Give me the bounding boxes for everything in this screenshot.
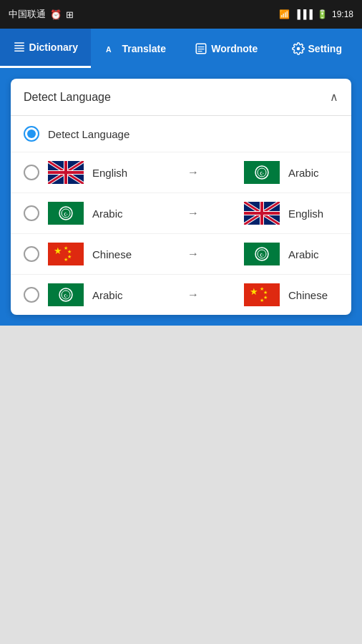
signal-icon: ▐▐▐ <box>294 9 313 19</box>
flag-uk-1 <box>48 161 84 184</box>
dropdown-header[interactable]: Detect Language ∧ <box>11 79 351 116</box>
language-pair-ar-zh[interactable]: ☪ Arabic → ★ ★ ★ ★ ★ Chinese <box>11 275 351 315</box>
arrow-ar-en: → <box>151 207 235 220</box>
arrow-en-ar: → <box>151 166 235 179</box>
svg-text:★: ★ <box>250 286 258 297</box>
svg-text:A: A <box>106 44 112 53</box>
radio-inner <box>27 130 36 138</box>
time-display: 19:18 <box>332 9 353 19</box>
to-lang-ar-zh: Chinese <box>288 289 338 301</box>
tab-wordnote[interactable]: Wordnote <box>181 29 272 68</box>
arrow-ar-zh: → <box>151 288 235 301</box>
svg-rect-7 <box>198 49 205 49</box>
svg-text:★: ★ <box>54 245 62 256</box>
radio-detect-language[interactable] <box>24 126 39 142</box>
language-pair-ar-en[interactable]: ☪ Arabic → English <box>11 193 351 234</box>
svg-text:☪: ☪ <box>260 253 264 258</box>
radio-zh-ar[interactable] <box>24 246 39 262</box>
svg-text:☪: ☪ <box>260 171 264 176</box>
tab-translate[interactable]: A Translate <box>91 29 182 68</box>
from-lang-ar-en: Arabic <box>92 208 142 220</box>
dropdown-card: Detect Language ∧ Detect Language <box>11 79 351 315</box>
tab-dictionary-label: Dictionary <box>29 42 78 53</box>
nav-tabs: Dictionary A Translate Wordnote Setting <box>0 29 362 68</box>
svg-rect-6 <box>198 47 205 47</box>
tab-setting-label: Setting <box>308 43 342 54</box>
radio-ar-en[interactable] <box>24 205 39 221</box>
gray-background-area <box>0 326 362 644</box>
alarm-icon: ⏰ <box>50 9 62 20</box>
radio-ar-zh[interactable] <box>24 287 39 303</box>
svg-rect-0 <box>14 42 24 44</box>
svg-text:★: ★ <box>64 257 68 262</box>
svg-rect-18 <box>64 161 67 184</box>
tab-translate-label: Translate <box>122 43 166 54</box>
svg-rect-8 <box>198 51 202 52</box>
status-left: 中国联通 ⏰ ⊞ <box>9 8 74 21</box>
wifi-icon: 📶 <box>279 9 290 19</box>
list-icon <box>13 41 26 54</box>
svg-rect-2 <box>14 48 24 49</box>
language-pair-en-ar[interactable]: English → ☪ Arabic <box>11 152 351 193</box>
svg-text:☪: ☪ <box>64 293 68 298</box>
svg-text:★: ★ <box>67 249 72 254</box>
tab-setting[interactable]: Setting <box>272 29 363 68</box>
flag-arabic-3: ☪ <box>244 243 280 265</box>
status-right: 📶 ▐▐▐ 🔋 19:18 <box>279 9 353 19</box>
from-lang-zh-ar: Chinese <box>92 248 142 260</box>
tab-wordnote-label: Wordnote <box>211 43 258 54</box>
blue-area: Detect Language ∧ Detect Language <box>0 68 362 326</box>
flag-arabic-2: ☪ <box>48 202 84 225</box>
tab-dictionary[interactable]: Dictionary <box>0 29 91 68</box>
note-icon <box>195 42 207 55</box>
svg-rect-1 <box>14 45 24 47</box>
svg-text:☪: ☪ <box>64 212 68 217</box>
flag-arabic-1: ☪ <box>244 161 280 184</box>
detect-language-option[interactable]: Detect Language <box>11 116 351 152</box>
svg-text:★: ★ <box>263 290 268 295</box>
gear-icon <box>292 42 305 55</box>
svg-rect-3 <box>14 51 24 52</box>
to-lang-ar-en: English <box>288 208 338 220</box>
translate-icon: A <box>106 42 119 55</box>
from-lang-ar-zh: Arabic <box>92 289 142 301</box>
battery-icon: 🔋 <box>317 9 328 19</box>
flag-china-2: ★ ★ ★ ★ ★ <box>244 283 280 306</box>
status-bar: 中国联通 ⏰ ⊞ 📶 ▐▐▐ 🔋 19:18 <box>0 0 362 29</box>
language-pair-zh-ar[interactable]: ★ ★ ★ ★ ★ Chinese → ☪ Arabic <box>11 234 351 275</box>
svg-text:★: ★ <box>260 298 264 303</box>
arrow-zh-ar: → <box>151 248 235 260</box>
flag-uk-2 <box>244 202 280 225</box>
detect-language-label: Detect Language <box>48 128 129 140</box>
from-lang-en-ar: English <box>92 167 142 179</box>
chevron-up-icon: ∧ <box>330 90 338 104</box>
svg-rect-35 <box>260 202 263 225</box>
dropdown-header-text: Detect Language <box>24 91 111 104</box>
flag-arabic-4: ☪ <box>48 283 84 306</box>
radio-en-ar[interactable] <box>24 165 39 180</box>
svg-point-9 <box>296 47 300 50</box>
to-lang-zh-ar: Arabic <box>288 248 338 260</box>
to-lang-en-ar: Arabic <box>288 167 338 179</box>
grid-icon: ⊞ <box>66 9 74 20</box>
flag-china-1: ★ ★ ★ ★ ★ <box>48 243 84 265</box>
carrier-text: 中国联通 <box>9 8 46 21</box>
